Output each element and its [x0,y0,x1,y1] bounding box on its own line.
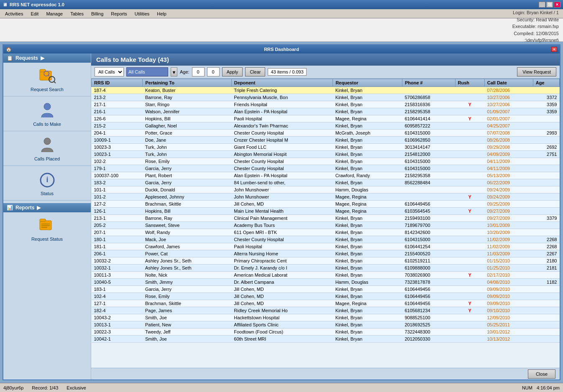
table-row[interactable]: 206-1Power, CatAlterra Nursing HomeKinke… [92,250,560,257]
sidebar-item-calls-to-make[interactable]: Calls to Make [3,97,91,130]
table-row[interactable]: 10023-1Turk, JohnAbington Memorial Hospi… [92,151,560,158]
filter-text-input[interactable] [126,67,168,76]
table-cell: Abington Memorial Hospit [231,151,333,158]
sidebar-item-calls-placed[interactable]: Calls Placed [3,132,91,165]
close-button[interactable]: ✕ [554,2,560,8]
table-cell: 180-1 [92,236,143,243]
apply-button[interactable]: Apply [222,67,243,76]
calls-to-make-label: Calls to Make [33,122,61,127]
table-cell: 2018692525 [402,321,455,328]
sidebar-divider-2 [3,131,91,131]
table-row[interactable]: 10043-2Smith, JoeHackettstown HospitalKi… [92,314,560,321]
table-row[interactable]: 10011-3Nolte, NickAmerican Medical Labor… [92,272,560,279]
table-cell: 10022-3 [92,328,143,336]
table-row[interactable]: 215-2Gallagher, NoelAlexandor's Twin Pha… [92,122,560,130]
menu-billing[interactable]: Billing [88,10,107,17]
sidebar-item-request-search[interactable]: Request Search [3,63,91,95]
table-cell: Kinkel, Bryan [333,151,402,158]
clear-button[interactable]: Clear [245,67,265,76]
table-cell: 6104315000 [402,130,455,137]
table-cell: Magee, Regina [333,208,402,215]
menu-edit[interactable]: Edit [27,10,42,17]
table-cell: Alterra Nursing Home [231,250,333,257]
view-request-button[interactable]: View Request [517,67,556,76]
status-bar: 4j80yur6p Record: 1/43 Exclusive NUM 4:1… [0,383,563,392]
table-row[interactable]: 179-1Garcia, JerryChester County Hospita… [92,165,560,172]
table-cell: 10/13/2012 [484,336,533,343]
table-row[interactable]: 101-1Duckk, DonaldJohn MunshowerHamm, Do… [92,186,560,193]
col-call-date: Call Date [484,79,533,87]
restore-button[interactable]: ⬜ [546,2,553,8]
table-row[interactable]: 183-2Garcia, Jerry84 Lumber-send to othe… [92,179,560,186]
table-cell: 6103564545 [402,208,455,215]
table-row[interactable]: 100037-100Plant, RobertAlan Epstein - PA… [92,172,560,179]
table-cell: 2268 [533,236,559,243]
sidebar-item-status[interactable]: i Status [3,167,91,199]
table-row[interactable]: 10022-3Tweedy, JeffFoodtown (Food Circus… [92,328,560,336]
age-to-input[interactable] [207,67,220,76]
table-row[interactable]: 213-1Barrone, RayClinical Pain Managemen… [92,215,560,222]
table-row[interactable]: 101-2Appleseed, JohnnyJohn MunshowerMage… [92,193,560,201]
path-line: :\dev\vfp9\rrsnet\ [512,37,559,44]
sidebar-item-request-status[interactable]: Request Status [3,212,91,245]
table-row[interactable]: 10042-1Smith, Joe60th Street MRIKinkel, … [92,336,560,343]
table-row[interactable]: 10013-1Patient, NewAffiliated Sports Cli… [92,321,560,328]
table-cell [455,328,484,336]
table-cell: 04/25/2007 [484,122,533,130]
table-row[interactable]: 102-4Rose, EmilyJill Cohen, MDKinkel, Br… [92,293,560,300]
table-row[interactable]: 180-1Mack, JoeChester County HospitalKin… [92,236,560,243]
table-row[interactable]: 127-2Brachman, SkittleJill Cohen, MDMage… [92,201,560,208]
table-cell: Kinkel, Bryan [333,250,402,257]
table-cell: Turk, John [143,144,231,151]
filter-dropdown-1[interactable]: All Calls [95,67,124,76]
table-cell: 10032-1 [92,265,143,272]
reports-arrow: ▶ [37,205,41,211]
table-cell: 10023-1 [92,151,143,158]
table-row[interactable]: 216-1Watson, JenniferAlan Epstein - PA H… [92,108,560,115]
table-row[interactable]: 204-1Potter, GraceChester County Hospita… [92,130,560,137]
table-row[interactable]: 207-1Wolf, Randy611 Open MRI - BTKKinkel… [92,229,560,236]
table-row[interactable]: 10009-1Doe, JaneCrozer Chester Hospital … [92,137,560,144]
window-close-button[interactable]: × [551,47,557,52]
table-cell: Brachman, Skittle [143,201,231,208]
table-cell: 09/24/2009 [484,186,533,193]
table-row[interactable]: 127-1Brachman, SkittleJill Cohen, MDMage… [92,300,560,307]
table-row[interactable]: 126-1Hopkins, BillMain Line Mental Healt… [92,208,560,215]
minimize-button[interactable]: _ [539,2,545,8]
table-cell: Dr. Albert Campana [231,279,333,286]
age-from-input[interactable] [192,67,205,76]
table-cell [533,314,559,321]
table-row[interactable]: 10032-1Ashley Jones Sr., SethDr. Emely J… [92,265,560,272]
close-dialog-button[interactable]: Close [528,369,555,379]
table-row[interactable]: 10040-5Smith, JimmyDr. Albert CampanaHam… [92,279,560,286]
table-cell: 1182 [533,279,559,286]
menu-tables[interactable]: Tables [67,10,87,17]
table-cell: 126-6 [92,115,143,122]
filter-dropdown-2-arrow[interactable]: ▼ [171,67,177,76]
table-cell: 10042-1 [92,336,143,343]
table-row[interactable]: 102-2Rose, EmilyChester County HospitalK… [92,158,560,165]
table-row[interactable]: 183-1Garcia, JerryJill Cohen, MDKinkel, … [92,286,560,293]
menu-manage[interactable]: Manage [43,10,66,17]
table-row[interactable]: 217-1Starr, RingoFriends HospitalKinkel,… [92,101,560,108]
table-row[interactable]: 181-1Crawford, JamesPaoli HospitalKinkel… [92,243,560,250]
table-cell: Foodtown (Food Circus) [231,328,333,336]
table-row[interactable]: 187-4Keaton, BusterTriple Fresh Catering… [92,87,560,94]
menu-utilities[interactable]: Utilities [131,10,153,17]
table-cell [533,328,559,336]
table-row[interactable]: 10032-2Ashley Jones Sr., SethPrimary Chi… [92,257,560,265]
table-cell: Kinkel, Bryan [333,286,402,293]
table-cell: 183-1 [92,286,143,293]
table-cell: 10032-2 [92,257,143,265]
table-row[interactable]: 213-2Barrone, RayPennsylvania Muscle, Bo… [92,94,560,101]
menu-reports[interactable]: Reports [107,10,131,17]
menu-help[interactable]: Help [154,10,170,17]
table-row[interactable]: 126-6Hopkins, BillPaoli HospitalMagee, R… [92,115,560,122]
table-cell [533,186,559,193]
table-row[interactable]: 205-2Sansweet, SteveAcademy Bus ToursKin… [92,222,560,229]
table-cell: 101-2 [92,193,143,201]
table-row[interactable]: 10023-3Turk, JohnGiant Food LLCKinkel, B… [92,144,560,151]
table-container[interactable]: RRS ID Pertaining To Deponent Requestor … [91,79,560,368]
table-row[interactable]: 182-4Page, JamesRidley Creek Memorial Ho… [92,307,560,314]
menu-activities[interactable]: Activities [2,10,26,17]
